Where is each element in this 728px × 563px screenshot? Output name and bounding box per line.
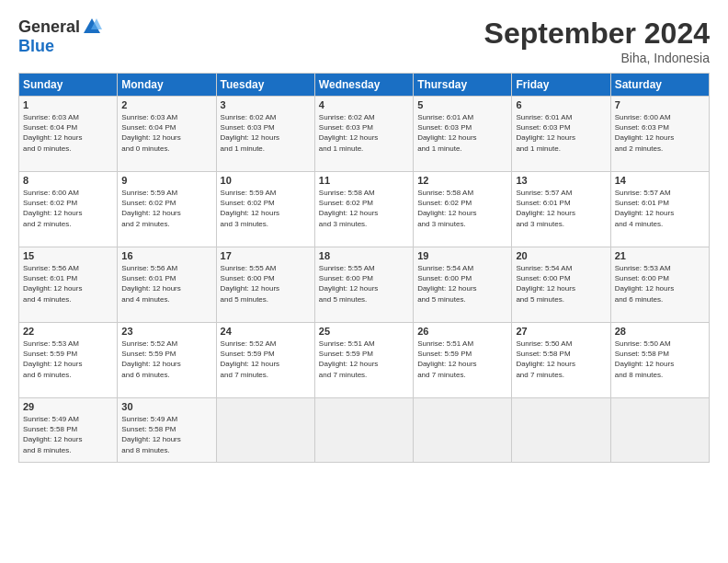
day-number: 16 <box>121 250 211 261</box>
table-cell: 22 Sunrise: 5:53 AMSunset: 5:59 PMDaylig… <box>19 323 118 398</box>
day-info: Sunrise: 5:55 AMSunset: 6:00 PMDaylight:… <box>319 264 378 304</box>
day-number: 29 <box>23 401 113 412</box>
table-cell: 29 Sunrise: 5:49 AMSunset: 5:58 PMDaylig… <box>19 398 118 463</box>
table-cell: 4 Sunrise: 6:02 AMSunset: 6:03 PMDayligh… <box>314 97 413 172</box>
table-cell <box>610 398 709 463</box>
day-number: 8 <box>23 175 113 186</box>
table-cell: 26 Sunrise: 5:51 AMSunset: 5:59 PMDaylig… <box>414 323 512 398</box>
day-number: 15 <box>23 250 113 261</box>
day-info: Sunrise: 5:53 AMSunset: 5:59 PMDaylight:… <box>23 339 82 379</box>
day-number: 3 <box>221 99 311 110</box>
month-title: September 2024 <box>484 17 710 51</box>
day-number: 21 <box>615 250 705 261</box>
calendar-page: General Blue September 2024 Biha, Indone… <box>0 0 728 563</box>
table-cell: 25 Sunrise: 5:51 AMSunset: 5:59 PMDaylig… <box>314 323 413 398</box>
day-info: Sunrise: 5:57 AMSunset: 6:01 PMDaylight:… <box>615 189 674 228</box>
col-tuesday: Tuesday <box>216 74 314 97</box>
day-info: Sunrise: 6:01 AMSunset: 6:03 PMDaylight:… <box>516 113 574 153</box>
day-info: Sunrise: 6:01 AMSunset: 6:03 PMDaylight:… <box>417 113 476 153</box>
day-number: 10 <box>221 175 311 186</box>
day-info: Sunrise: 5:49 AMSunset: 5:58 PMDaylight:… <box>23 415 82 454</box>
table-cell <box>414 398 512 463</box>
day-number: 27 <box>516 326 606 337</box>
day-info: Sunrise: 5:56 AMSunset: 6:01 PMDaylight:… <box>121 264 180 304</box>
day-info: Sunrise: 5:58 AMSunset: 6:02 PMDaylight:… <box>319 189 378 228</box>
day-info: Sunrise: 5:52 AMSunset: 5:59 PMDaylight:… <box>121 339 180 379</box>
table-cell: 5 Sunrise: 6:01 AMSunset: 6:03 PMDayligh… <box>414 97 512 172</box>
day-number: 1 <box>23 99 113 110</box>
location: Biha, Indonesia <box>484 51 710 65</box>
table-cell: 12 Sunrise: 5:58 AMSunset: 6:02 PMDaylig… <box>414 172 512 247</box>
table-cell: 13 Sunrise: 5:57 AMSunset: 6:01 PMDaylig… <box>512 172 610 247</box>
day-info: Sunrise: 5:50 AMSunset: 5:58 PMDaylight:… <box>615 339 674 379</box>
table-cell: 9 Sunrise: 5:59 AMSunset: 6:02 PMDayligh… <box>118 172 216 247</box>
day-number: 24 <box>221 326 311 337</box>
day-info: Sunrise: 5:49 AMSunset: 5:58 PMDaylight:… <box>121 415 180 454</box>
day-number: 12 <box>417 175 507 186</box>
day-number: 6 <box>516 99 606 110</box>
table-cell: 14 Sunrise: 5:57 AMSunset: 6:01 PMDaylig… <box>610 172 709 247</box>
day-number: 7 <box>615 99 705 110</box>
day-number: 23 <box>121 326 211 337</box>
day-number: 18 <box>319 250 409 261</box>
logo: General Blue <box>18 17 102 56</box>
table-cell: 11 Sunrise: 5:58 AMSunset: 6:02 PMDaylig… <box>314 172 413 247</box>
day-number: 4 <box>319 99 409 110</box>
table-cell: 17 Sunrise: 5:55 AMSunset: 6:00 PMDaylig… <box>216 247 314 323</box>
table-cell: 10 Sunrise: 5:59 AMSunset: 6:02 PMDaylig… <box>216 172 314 247</box>
col-sunday: Sunday <box>19 74 118 97</box>
table-cell: 15 Sunrise: 5:56 AMSunset: 6:01 PMDaylig… <box>19 247 118 323</box>
day-info: Sunrise: 5:58 AMSunset: 6:02 PMDaylight:… <box>417 189 476 228</box>
table-cell: 27 Sunrise: 5:50 AMSunset: 5:58 PMDaylig… <box>512 323 610 398</box>
day-info: Sunrise: 5:54 AMSunset: 6:00 PMDaylight:… <box>417 264 476 304</box>
table-cell: 7 Sunrise: 6:00 AMSunset: 6:03 PMDayligh… <box>610 97 709 172</box>
day-info: Sunrise: 5:55 AMSunset: 6:00 PMDaylight:… <box>221 264 279 304</box>
day-number: 30 <box>121 401 211 412</box>
day-number: 2 <box>121 99 211 110</box>
title-area: September 2024 Biha, Indonesia <box>484 17 710 65</box>
day-info: Sunrise: 5:56 AMSunset: 6:01 PMDaylight:… <box>23 264 82 304</box>
day-number: 9 <box>121 175 211 186</box>
day-info: Sunrise: 5:54 AMSunset: 6:00 PMDaylight:… <box>516 264 574 304</box>
day-number: 19 <box>417 250 507 261</box>
table-cell: 20 Sunrise: 5:54 AMSunset: 6:00 PMDaylig… <box>512 247 610 323</box>
table-cell: 16 Sunrise: 5:56 AMSunset: 6:01 PMDaylig… <box>118 247 216 323</box>
day-info: Sunrise: 5:59 AMSunset: 6:02 PMDaylight:… <box>221 189 279 228</box>
col-monday: Monday <box>118 74 216 97</box>
col-wednesday: Wednesday <box>314 74 413 97</box>
table-cell: 24 Sunrise: 5:52 AMSunset: 5:59 PMDaylig… <box>216 323 314 398</box>
table-cell: 6 Sunrise: 6:01 AMSunset: 6:03 PMDayligh… <box>512 97 610 172</box>
day-info: Sunrise: 5:53 AMSunset: 6:00 PMDaylight:… <box>615 264 674 304</box>
table-cell: 3 Sunrise: 6:02 AMSunset: 6:03 PMDayligh… <box>216 97 314 172</box>
day-info: Sunrise: 5:51 AMSunset: 5:59 PMDaylight:… <box>319 339 378 379</box>
header-row: Sunday Monday Tuesday Wednesday Thursday… <box>19 74 710 97</box>
day-info: Sunrise: 5:50 AMSunset: 5:58 PMDaylight:… <box>516 339 574 379</box>
table-cell: 19 Sunrise: 5:54 AMSunset: 6:00 PMDaylig… <box>414 247 512 323</box>
day-number: 13 <box>516 175 606 186</box>
table-cell: 8 Sunrise: 6:00 AMSunset: 6:02 PMDayligh… <box>19 172 118 247</box>
day-number: 11 <box>319 175 409 186</box>
day-number: 14 <box>615 175 705 186</box>
logo-icon <box>82 17 102 37</box>
day-number: 25 <box>319 326 409 337</box>
day-info: Sunrise: 6:00 AMSunset: 6:02 PMDaylight:… <box>23 189 82 228</box>
table-cell: 2 Sunrise: 6:03 AMSunset: 6:04 PMDayligh… <box>118 97 216 172</box>
day-info: Sunrise: 5:57 AMSunset: 6:01 PMDaylight:… <box>516 189 574 228</box>
day-info: Sunrise: 6:00 AMSunset: 6:03 PMDaylight:… <box>615 113 674 153</box>
day-number: 5 <box>417 99 507 110</box>
day-info: Sunrise: 6:02 AMSunset: 6:03 PMDaylight:… <box>319 113 378 153</box>
header: General Blue September 2024 Biha, Indone… <box>18 17 710 65</box>
table-cell: 1 Sunrise: 6:03 AMSunset: 6:04 PMDayligh… <box>19 97 118 172</box>
table-cell: 21 Sunrise: 5:53 AMSunset: 6:00 PMDaylig… <box>610 247 709 323</box>
table-cell: 23 Sunrise: 5:52 AMSunset: 5:59 PMDaylig… <box>118 323 216 398</box>
day-number: 26 <box>417 326 507 337</box>
day-info: Sunrise: 5:52 AMSunset: 5:59 PMDaylight:… <box>221 339 279 379</box>
day-number: 28 <box>615 326 705 337</box>
day-info: Sunrise: 6:02 AMSunset: 6:03 PMDaylight:… <box>221 113 279 153</box>
col-saturday: Saturday <box>610 74 709 97</box>
logo-blue-text: Blue <box>18 37 54 56</box>
table-cell <box>314 398 413 463</box>
day-info: Sunrise: 5:51 AMSunset: 5:59 PMDaylight:… <box>417 339 476 379</box>
table-cell <box>216 398 314 463</box>
calendar-table: Sunday Monday Tuesday Wednesday Thursday… <box>18 73 710 463</box>
